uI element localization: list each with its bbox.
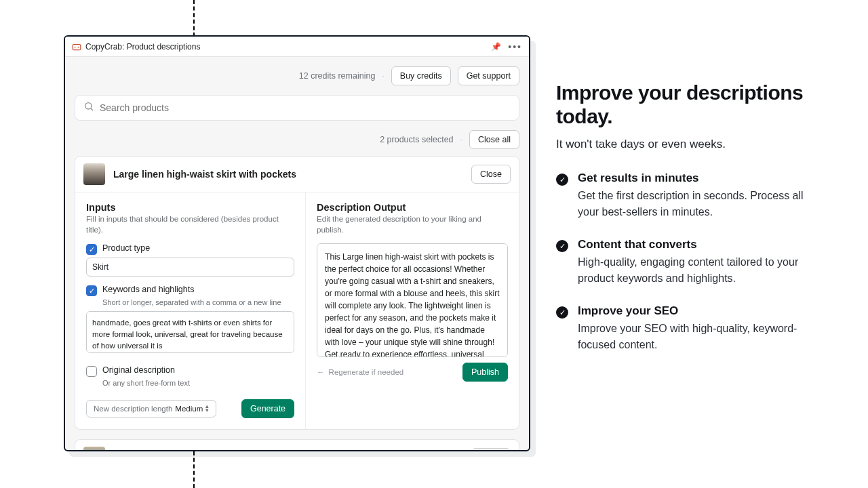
original-description-subtext: Or any short free-form text <box>102 378 294 388</box>
product-card-expanded: Large linen high-waist skirt with pocket… <box>75 156 519 430</box>
output-textarea[interactable] <box>317 243 508 357</box>
svg-point-1 <box>75 46 76 47</box>
selection-summary: 2 products selected · Close all <box>75 130 519 149</box>
svg-rect-0 <box>73 44 81 49</box>
original-description-label: Original description <box>102 365 175 375</box>
benefit-desc: Get the first description in seconds. Pr… <box>578 188 814 220</box>
benefit-desc: High-quality, engaging content tailored … <box>578 254 814 287</box>
benefit-title: Improve your SEO <box>578 304 814 318</box>
search-icon <box>83 101 94 115</box>
credits-remaining: 12 credits remaining <box>299 71 376 81</box>
length-value: Medium <box>175 405 203 413</box>
decorative-dashed-line-bottom <box>193 451 195 488</box>
close-product-button[interactable]: Close <box>471 448 511 451</box>
app-title: CopyCrab: Product descriptions <box>85 42 200 52</box>
keywords-label: Keywords and highlights <box>102 285 195 294</box>
svg-line-4 <box>91 108 93 110</box>
keywords-input[interactable] <box>86 311 294 353</box>
benefit-item: ✓ Get results in minutes Get the first d… <box>556 171 814 220</box>
products-selected-text: 2 products selected <box>380 135 453 144</box>
benefit-title: Content that converts <box>578 238 814 251</box>
product-type-checkbox[interactable] <box>86 244 97 255</box>
app-titlebar: CopyCrab: Product descriptions 📌 ••• <box>65 37 529 57</box>
output-subtext: Edit the generated description to your l… <box>317 214 508 235</box>
marketing-panel: Improve your descriptions today. It won'… <box>556 81 814 371</box>
check-circle-icon: ✓ <box>556 306 568 319</box>
benefit-title: Get results in minutes <box>578 171 814 185</box>
output-panel: Description Output Edit the generated de… <box>306 192 519 429</box>
credits-bar: 12 credits remaining · Buy credits Get s… <box>75 66 519 85</box>
inputs-subtext: Fill in inputs that should be considered… <box>86 214 294 235</box>
regenerate-label: Regenerate if needed <box>329 368 404 376</box>
product-type-input[interactable] <box>86 258 294 277</box>
app-logo-icon <box>72 42 81 52</box>
inputs-heading: Inputs <box>86 202 294 213</box>
search-input[interactable] <box>100 102 511 113</box>
search-card <box>75 95 519 121</box>
length-select[interactable]: New description length Medium ▴▾ <box>86 400 216 418</box>
benefit-item: ✓ Improve your SEO Improve your SEO with… <box>556 304 814 353</box>
marketing-heading: Improve your descriptions today. <box>556 81 814 128</box>
keywords-subtext: Short or longer, separated with a comma … <box>102 298 294 307</box>
decorative-dashed-line-top <box>193 0 195 37</box>
generate-button[interactable]: Generate <box>241 399 294 418</box>
product-thumbnail <box>83 447 105 451</box>
close-all-button[interactable]: Close all <box>469 130 519 149</box>
check-circle-icon: ✓ <box>556 174 568 186</box>
buy-credits-button[interactable]: Buy credits <box>391 66 451 85</box>
benefit-item: ✓ Content that converts High-quality, en… <box>556 238 814 287</box>
product-card-collapsed: Blue overalls: Fall edition Close <box>75 439 519 451</box>
product-title: Large linen high-waist skirt with pocket… <box>113 169 463 180</box>
original-description-checkbox[interactable] <box>86 366 97 377</box>
pin-icon[interactable]: 📌 <box>491 42 501 52</box>
inputs-panel: Inputs Fill in inputs that should be con… <box>75 192 306 429</box>
app-window: CopyCrab: Product descriptions 📌 ••• 12 … <box>64 35 530 451</box>
arrow-left-icon: ← <box>317 368 325 376</box>
keywords-checkbox[interactable] <box>86 285 97 296</box>
product-header: Blue overalls: Fall edition Close <box>75 440 519 451</box>
svg-point-3 <box>85 103 92 109</box>
product-header: Large linen high-waist skirt with pocket… <box>75 157 519 192</box>
output-heading: Description Output <box>317 202 508 213</box>
publish-button[interactable]: Publish <box>462 363 508 382</box>
product-thumbnail <box>83 163 105 185</box>
product-type-label: Product type <box>102 243 150 253</box>
get-support-button[interactable]: Get support <box>458 66 519 85</box>
more-menu-icon[interactable]: ••• <box>508 41 522 52</box>
regenerate-link[interactable]: ← Regenerate if needed <box>317 368 403 376</box>
close-product-button[interactable]: Close <box>471 165 511 184</box>
length-label: New description length <box>94 405 172 413</box>
svg-point-2 <box>77 46 79 47</box>
chevron-updown-icon: ▴▾ <box>205 405 209 412</box>
benefit-desc: Improve your SEO with high-quality, keyw… <box>578 321 814 353</box>
check-circle-icon: ✓ <box>556 240 568 252</box>
marketing-subtitle: It won't take days or even weeks. <box>556 138 814 151</box>
